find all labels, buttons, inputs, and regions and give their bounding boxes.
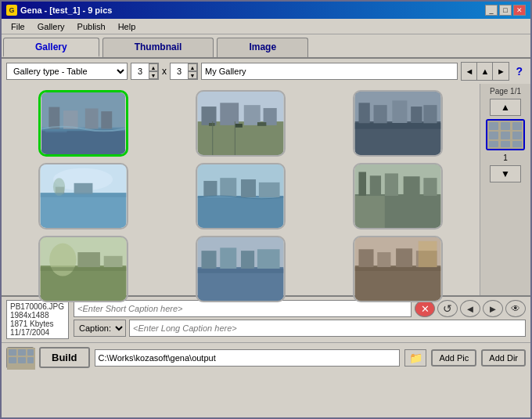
list-item[interactable] [322,163,473,229]
tab-image[interactable]: Image [217,38,308,57]
svg-rect-71 [358,249,373,267]
tab-gallery[interactable]: Gallery [3,38,99,57]
thumbnail-7[interactable] [38,236,128,302]
menu-file[interactable]: File [5,21,31,32]
refresh-button[interactable]: ↺ [437,300,458,317]
svg-rect-76 [419,241,437,267]
svg-rect-16 [235,124,243,128]
thumbnail-2[interactable] [196,90,286,157]
sidebar-scroll-up[interactable]: ▲ [490,99,521,116]
svg-rect-42 [241,179,256,197]
prev-button[interactable]: ◄ [460,300,480,317]
svg-rect-63 [201,251,216,269]
nav-buttons: ◄ ▲ ► [461,62,509,81]
sidebar-scroll-down[interactable]: ▼ [490,165,521,182]
filename: PB170006.JPG [10,302,65,311]
svg-rect-12 [220,103,239,125]
svg-rect-90 [27,349,34,356]
svg-point-56 [49,244,76,276]
svg-rect-7 [45,130,67,132]
thumbnail-4[interactable] [38,163,128,229]
thumbnail-8[interactable] [196,236,286,302]
cols-input[interactable]: 3 [131,63,149,79]
main-content: Page 1/1 ▲ 1 ▼ [2,84,530,295]
gallery-type-select[interactable]: Gallery type - Table [6,63,128,80]
build-button[interactable]: Build [39,347,90,368]
caption-type-select[interactable]: Caption: [74,320,126,337]
svg-rect-28 [355,123,441,129]
list-item[interactable] [8,236,159,302]
svg-rect-80 [512,122,522,130]
svg-rect-3 [49,107,59,129]
long-caption-row: Caption: [74,320,526,337]
list-item[interactable] [165,90,316,157]
svg-rect-5 [85,108,99,128]
svg-rect-15 [209,123,215,126]
svg-rect-23 [358,103,369,124]
svg-rect-24 [374,105,387,124]
svg-rect-13 [244,105,261,125]
list-item[interactable] [8,163,159,229]
browse-folder-button[interactable]: 📁 [404,349,426,367]
tab-thumbnail[interactable]: Thumbnail [102,38,214,57]
svg-rect-64 [220,247,236,269]
thumbnail-1[interactable] [38,90,128,157]
list-item[interactable] [8,90,159,157]
add-pic-button[interactable]: Add Pic [431,349,476,367]
list-item[interactable] [165,236,316,302]
svg-rect-51 [423,178,437,196]
page-label: Page 1/1 [490,87,521,96]
nav-up-button[interactable]: ▲ [477,63,493,80]
long-caption-input[interactable] [129,320,526,337]
svg-rect-36 [41,193,127,197]
preview-button[interactable]: 👁 [505,300,526,317]
file-info: PB170006.JPG 1984x1488 1871 Kbytes 11/17… [6,300,69,339]
menu-gallery[interactable]: Gallery [31,21,71,32]
x-label: x [162,66,167,77]
svg-rect-79 [501,122,510,130]
rows-up-arrow[interactable]: ▲ [188,63,197,71]
rows-down-arrow[interactable]: ▼ [188,71,197,79]
close-button[interactable]: ✕ [513,5,526,16]
svg-rect-89 [18,349,26,356]
cols-spinner: 3 ▲ ▼ [131,63,159,80]
delete-button[interactable]: ✕ [415,300,435,317]
maximize-button[interactable]: □ [499,5,512,16]
filesize: 1871 Kbytes [10,320,65,328]
minimize-button[interactable]: _ [485,5,498,16]
short-caption-input[interactable] [74,300,412,317]
svg-rect-47 [358,172,366,196]
list-item[interactable] [322,90,473,157]
caption-action-buttons: ✕ ↺ ◄ ► 👁 [415,300,526,317]
menu-publish[interactable]: Publish [71,21,112,32]
svg-rect-43 [259,182,280,197]
gallery-name-input[interactable] [201,63,458,80]
short-caption-row: ✕ ↺ ◄ ► 👁 [74,300,526,317]
cols-down-arrow[interactable]: ▼ [149,71,158,79]
rows-input[interactable]: 3 [171,63,188,79]
nav-next-button[interactable]: ► [493,63,509,80]
add-dir-button[interactable]: Add Dir [481,349,526,367]
help-button[interactable]: ? [512,65,526,78]
svg-rect-26 [411,107,422,123]
titlebar: G Gena - [test_1] - 9 pics _ □ ✕ [2,2,530,19]
thumbnail-3[interactable] [353,90,443,157]
menubar: File Gallery Publish Help [2,19,530,34]
svg-rect-48 [370,175,381,196]
svg-rect-75 [355,267,441,271]
thumbnail-6[interactable] [353,163,443,229]
svg-rect-70 [355,265,441,301]
list-item[interactable] [165,163,316,229]
thumbnail-5[interactable] [196,163,286,229]
sidebar-thumbnail[interactable] [486,119,525,150]
output-path-input[interactable] [95,349,401,367]
svg-rect-39 [198,196,284,228]
resolution: 1984x1488 [10,311,65,320]
thumbnail-9[interactable] [353,236,443,302]
list-item[interactable] [322,236,473,302]
nav-prev-button[interactable]: ◄ [462,63,477,80]
next-button[interactable]: ► [483,300,503,317]
window-controls: _ □ ✕ [485,5,526,16]
menu-help[interactable]: Help [112,21,142,32]
cols-up-arrow[interactable]: ▲ [149,63,158,71]
